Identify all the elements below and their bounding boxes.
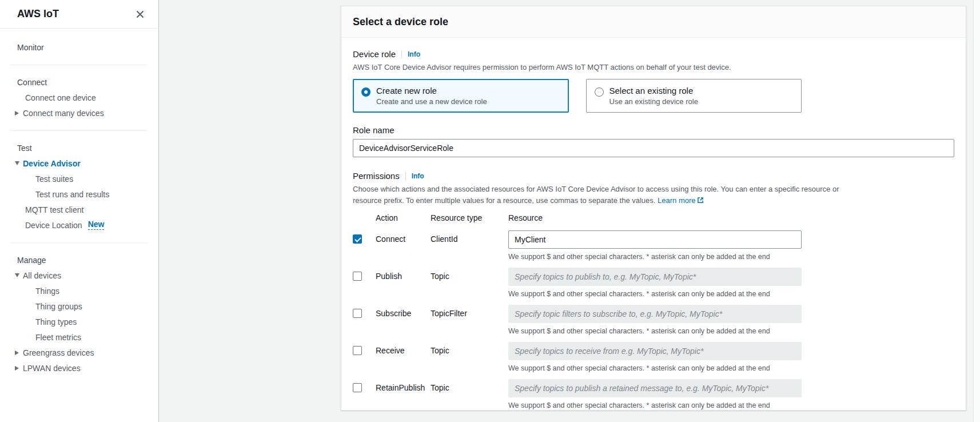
resource-type-label: Topic <box>431 379 508 392</box>
receive-checkbox[interactable] <box>353 346 362 355</box>
sidebar-item-label: Device Location <box>25 221 82 230</box>
divider <box>10 65 147 65</box>
sidebar-section-connect: Connect <box>0 74 158 90</box>
sidebar-item-test-runs-and-results[interactable]: Test runs and results <box>0 186 158 202</box>
action-label: Publish <box>376 268 431 281</box>
chevron-right-icon <box>15 111 19 116</box>
resource-cell: We support $ and other special character… <box>508 379 802 411</box>
permission-row-subscribe: Subscribe TopicFilter We support $ and o… <box>353 305 802 342</box>
sidebar: AWS IoT Monitor Connect Connect one devi… <box>0 0 159 422</box>
connect-checkbox[interactable] <box>353 234 362 244</box>
divider <box>405 172 406 180</box>
action-label: RetainPublish <box>376 379 431 392</box>
divider <box>10 242 147 243</box>
sidebar-item-device-location[interactable]: Device Location New <box>0 217 158 233</box>
checkbox-cell <box>353 342 376 355</box>
external-link-icon <box>697 197 704 204</box>
retainpublish-checkbox[interactable] <box>353 383 362 392</box>
option-text: Select an existing role Use an existing … <box>609 86 698 106</box>
sidebar-item-lpwan-devices[interactable]: LPWAN devices <box>0 360 158 376</box>
learn-more-link[interactable]: Learn more <box>658 196 703 205</box>
option-text: Create new role Create and use a new dev… <box>376 86 487 106</box>
sidebar-item-device-advisor[interactable]: Device Advisor <box>0 156 158 171</box>
resource-helper-text: We support $ and other special character… <box>508 364 802 372</box>
role-name-field: Role name <box>353 125 954 157</box>
sidebar-item-fleet-metrics[interactable]: Fleet metrics <box>0 329 158 345</box>
divider <box>10 130 147 131</box>
sidebar-item-label: Test suites <box>35 174 73 184</box>
sidebar-item-connect-one-device[interactable]: Connect one device <box>0 90 158 105</box>
role-name-input[interactable] <box>353 139 954 157</box>
sidebar-item-test-suites[interactable]: Test suites <box>0 171 158 186</box>
device-role-options: Create new role Create and use a new dev… <box>353 79 802 113</box>
subscribe-checkbox[interactable] <box>353 309 362 318</box>
resource-cell: We support $ and other special character… <box>508 268 802 305</box>
sidebar-group-manage: Manage All devices Things Thing groups T… <box>0 245 158 384</box>
option-description: Create and use a new device role <box>376 97 487 106</box>
sidebar-item-label: Thing types <box>35 317 77 327</box>
device-role-label: Device role <box>353 49 396 59</box>
app-title: AWS IoT <box>17 8 133 20</box>
sidebar-item-label: Thing groups <box>35 302 82 311</box>
sidebar-group-test: Test Device Advisor Test suites Test run… <box>0 133 158 241</box>
device-role-info-link[interactable]: Info <box>408 50 420 58</box>
chevron-down-icon <box>15 161 19 165</box>
vertical-scrollbar[interactable] <box>973 0 980 422</box>
select-existing-role-option[interactable]: Select an existing role Use an existing … <box>586 79 802 113</box>
sidebar-group-monitor: Monitor <box>0 32 158 63</box>
role-name-label: Role name <box>353 125 954 135</box>
sidebar-item-label: Fleet metrics <box>35 333 81 342</box>
new-badge: New <box>88 220 105 229</box>
resource-type-label: TopicFilter <box>431 305 508 318</box>
permissions-description: Choose which actions and the associated … <box>353 184 865 206</box>
resource-helper-text: We support $ and other special character… <box>508 327 802 335</box>
subscribe-resource-input <box>508 305 802 323</box>
sidebar-item-greengrass-devices[interactable]: Greengrass devices <box>0 345 158 360</box>
sidebar-item-mqtt-test-client[interactable]: MQTT test client <box>0 202 158 217</box>
checkbox-cell <box>353 305 376 318</box>
sidebar-item-monitor[interactable]: Monitor <box>0 39 158 55</box>
close-sidebar-button[interactable] <box>133 7 147 21</box>
learn-more-label: Learn more <box>658 196 695 205</box>
resource-type-label: ClientId <box>431 230 508 244</box>
connect-resource-input[interactable] <box>508 230 802 249</box>
publish-resource-input <box>508 268 802 286</box>
chevron-down-icon <box>15 273 19 277</box>
sidebar-item-thing-groups[interactable]: Thing groups <box>0 298 158 314</box>
sidebar-item-label: Connect many devices <box>23 109 104 118</box>
panel-body: Device role Info AWS IoT Core Device Adv… <box>341 38 966 411</box>
divider <box>401 50 402 58</box>
sidebar-item-thing-types[interactable]: Thing types <box>0 314 158 329</box>
permission-row-retainpublish: RetainPublish Topic We support $ and oth… <box>353 379 802 411</box>
resource-helper-text: We support $ and other special character… <box>508 253 802 261</box>
sidebar-item-label: Device Advisor <box>23 159 81 168</box>
retainpublish-resource-input <box>508 379 802 397</box>
action-label: Connect <box>376 230 431 244</box>
publish-checkbox[interactable] <box>353 272 362 281</box>
resource-cell: We support $ and other special character… <box>508 230 802 268</box>
panel-title: Select a device role <box>353 16 954 28</box>
action-label: Receive <box>376 342 431 355</box>
device-role-description: AWS IoT Core Device Advisor requires per… <box>353 62 954 73</box>
sidebar-group-connect: Connect Connect one device Connect many … <box>0 67 158 129</box>
radio-selected-icon <box>361 87 371 97</box>
resource-type-label: Topic <box>431 342 508 355</box>
permission-row-publish: Publish Topic We support $ and other spe… <box>353 268 802 305</box>
option-description: Use an existing device role <box>609 97 698 106</box>
column-header-resource: Resource <box>508 213 802 222</box>
permissions-label: Permissions <box>353 171 400 181</box>
permission-row-connect: Connect ClientId We support $ and other … <box>353 230 802 268</box>
main-content: Select a device role Device role Info AW… <box>159 0 980 422</box>
device-role-label-row: Device role Info <box>353 49 954 59</box>
sidebar-section-manage: Manage <box>0 252 158 268</box>
sidebar-item-all-devices[interactable]: All devices <box>0 268 158 283</box>
option-label: Select an existing role <box>609 86 698 95</box>
permissions-table: Action Resource type Resource Connect Cl… <box>353 213 802 411</box>
resource-type-label: Topic <box>431 268 508 281</box>
checkbox-cell <box>353 379 376 392</box>
permissions-info-link[interactable]: Info <box>412 172 424 180</box>
sidebar-item-connect-many-devices[interactable]: Connect many devices <box>0 105 158 121</box>
receive-resource-input <box>508 342 802 360</box>
sidebar-item-things[interactable]: Things <box>0 283 158 298</box>
create-new-role-option[interactable]: Create new role Create and use a new dev… <box>353 79 569 113</box>
